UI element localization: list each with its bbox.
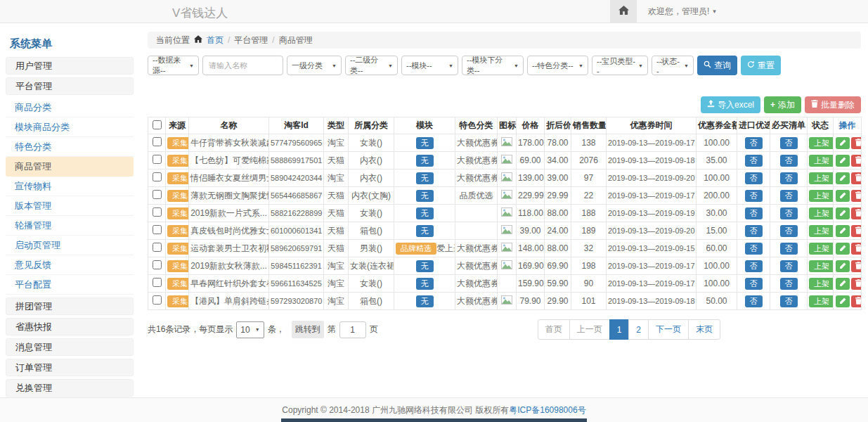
edit-button[interactable] bbox=[836, 225, 850, 237]
row-checkbox[interactable] bbox=[153, 225, 162, 234]
sidebar-sub-version-management[interactable]: 版本管理 bbox=[6, 196, 134, 216]
sidebar-sub-carousel-management[interactable]: 轮播管理 bbox=[6, 216, 134, 236]
delete-button[interactable] bbox=[851, 172, 862, 184]
status-toggle[interactable]: 上架 bbox=[809, 260, 834, 272]
filter-level1-category[interactable]: 一级分类▼ bbox=[287, 56, 342, 75]
sidebar-item-message-management[interactable]: 消息管理 bbox=[6, 338, 134, 356]
import-select-toggle[interactable]: 否 bbox=[745, 172, 763, 184]
status-toggle[interactable]: 上架 bbox=[809, 190, 834, 202]
status-toggle[interactable]: 上架 bbox=[809, 243, 834, 255]
icp-link[interactable]: 粤ICP备16098006号 bbox=[509, 404, 585, 416]
delete-button[interactable] bbox=[851, 155, 862, 167]
must-buy-toggle[interactable]: 否 bbox=[780, 155, 798, 167]
import-select-toggle[interactable]: 否 bbox=[745, 225, 763, 237]
import-select-toggle[interactable]: 否 bbox=[745, 295, 763, 307]
edit-button[interactable] bbox=[836, 260, 850, 272]
status-toggle[interactable]: 上架 bbox=[809, 155, 834, 167]
sidebar-item-platform-management[interactable]: 平台管理 bbox=[6, 77, 134, 95]
must-buy-toggle[interactable]: 否 bbox=[780, 190, 798, 202]
delete-button[interactable] bbox=[851, 243, 862, 255]
row-checkbox[interactable] bbox=[153, 155, 162, 164]
edit-button[interactable] bbox=[836, 207, 850, 219]
sidebar-item-exchange-management[interactable]: 兑换管理 bbox=[6, 379, 134, 397]
filter-data-source[interactable]: --数据来源--▼ bbox=[148, 56, 199, 75]
reset-button[interactable]: 重置 bbox=[741, 56, 781, 75]
sidebar-item-groupbuy-management[interactable]: 拼团管理 bbox=[6, 298, 134, 315]
pager-last[interactable]: 末页 bbox=[688, 319, 720, 340]
row-checkbox[interactable] bbox=[153, 190, 162, 199]
sidebar-sub-module-product-categories[interactable]: 模块商品分类 bbox=[6, 117, 134, 137]
pager-page-2[interactable]: 2 bbox=[628, 319, 649, 340]
must-buy-toggle[interactable]: 否 bbox=[780, 295, 798, 307]
row-checkbox[interactable] bbox=[153, 278, 162, 287]
per-page-select[interactable]: 10 ▼ bbox=[236, 321, 264, 338]
jump-page-input[interactable] bbox=[339, 321, 366, 338]
jump-button[interactable]: 跳转到 bbox=[292, 321, 324, 338]
import-select-toggle[interactable]: 否 bbox=[745, 260, 763, 272]
pager-next[interactable]: 下一页 bbox=[648, 319, 689, 340]
must-buy-toggle[interactable]: 否 bbox=[780, 260, 798, 272]
must-buy-toggle[interactable]: 否 bbox=[780, 278, 798, 290]
home-button[interactable] bbox=[610, 0, 637, 23]
user-menu[interactable]: 欢迎您，管理员! ▾ bbox=[648, 6, 716, 18]
status-toggle[interactable]: 上架 bbox=[809, 207, 834, 219]
filter-featured-category[interactable]: --特色分类--▼ bbox=[527, 56, 588, 75]
sidebar-item-order-management[interactable]: 订单管理 bbox=[6, 359, 134, 376]
add-button[interactable]: + 添加 bbox=[764, 96, 801, 113]
row-checkbox[interactable] bbox=[153, 172, 162, 181]
filter-item-type[interactable]: --宝贝类型--▼ bbox=[592, 56, 648, 75]
filter-level2-category[interactable]: --二级分类--▼ bbox=[345, 56, 398, 75]
filter-module[interactable]: --模块--▼ bbox=[401, 56, 458, 75]
edit-button[interactable] bbox=[836, 155, 850, 167]
pager-first[interactable]: 首页 bbox=[538, 319, 570, 340]
import-select-toggle[interactable]: 否 bbox=[745, 207, 763, 219]
must-buy-toggle[interactable]: 否 bbox=[780, 207, 798, 219]
select-all-checkbox[interactable] bbox=[153, 120, 162, 129]
sidebar-sub-featured-categories[interactable]: 特色分类 bbox=[6, 137, 134, 157]
row-checkbox[interactable] bbox=[153, 295, 162, 305]
edit-button[interactable] bbox=[836, 190, 850, 202]
import-excel-button[interactable]: 导入excel bbox=[701, 96, 760, 113]
status-toggle[interactable]: 上架 bbox=[809, 172, 834, 184]
delete-button[interactable] bbox=[851, 260, 862, 272]
search-input[interactable] bbox=[202, 56, 283, 75]
must-buy-toggle[interactable]: 否 bbox=[780, 137, 798, 149]
row-checkbox[interactable] bbox=[153, 207, 162, 217]
import-select-toggle[interactable]: 否 bbox=[745, 190, 763, 202]
breadcrumb-level2[interactable]: 商品管理 bbox=[279, 34, 313, 46]
edit-button[interactable] bbox=[836, 137, 850, 149]
delete-button[interactable] bbox=[851, 190, 862, 202]
import-select-toggle[interactable]: 否 bbox=[745, 155, 763, 167]
status-toggle[interactable]: 上架 bbox=[809, 225, 834, 237]
delete-button[interactable] bbox=[851, 295, 862, 307]
edit-button[interactable] bbox=[836, 243, 850, 255]
sidebar-sub-feedback[interactable]: 意见反馈 bbox=[6, 255, 134, 275]
delete-button[interactable] bbox=[851, 137, 862, 149]
import-select-toggle[interactable]: 否 bbox=[745, 137, 763, 149]
sidebar-item-savings-express[interactable]: 省惠快报 bbox=[6, 318, 134, 335]
row-checkbox[interactable] bbox=[153, 137, 162, 146]
edit-button[interactable] bbox=[836, 172, 850, 184]
breadcrumb-home-link[interactable]: 首页 bbox=[207, 34, 224, 46]
row-checkbox[interactable] bbox=[153, 260, 162, 269]
query-button[interactable]: 查询 bbox=[697, 56, 737, 75]
import-select-toggle[interactable]: 否 bbox=[745, 243, 763, 255]
edit-button[interactable] bbox=[836, 278, 850, 290]
sidebar-sub-promo-materials[interactable]: 宣传物料 bbox=[6, 177, 134, 196]
delete-button[interactable] bbox=[851, 207, 862, 219]
breadcrumb-level1[interactable]: 平台管理 bbox=[234, 34, 268, 46]
pager-page-1[interactable]: 1 bbox=[609, 319, 630, 340]
delete-button[interactable] bbox=[851, 278, 862, 290]
status-toggle[interactable]: 上架 bbox=[809, 137, 834, 149]
sidebar-sub-product-categories[interactable]: 商品分类 bbox=[6, 98, 134, 117]
must-buy-toggle[interactable]: 否 bbox=[780, 243, 798, 255]
pager-prev[interactable]: 上一页 bbox=[569, 319, 610, 340]
must-buy-toggle[interactable]: 否 bbox=[780, 225, 798, 237]
edit-button[interactable] bbox=[836, 295, 850, 307]
status-toggle[interactable]: 上架 bbox=[809, 295, 834, 307]
delete-button[interactable] bbox=[851, 225, 862, 237]
must-buy-toggle[interactable]: 否 bbox=[780, 172, 798, 184]
import-select-toggle[interactable]: 否 bbox=[745, 278, 763, 290]
filter-module-subcategory[interactable]: --模块下分类--▼ bbox=[462, 56, 524, 75]
sidebar-sub-platform-config[interactable]: 平台配置 bbox=[6, 275, 134, 295]
